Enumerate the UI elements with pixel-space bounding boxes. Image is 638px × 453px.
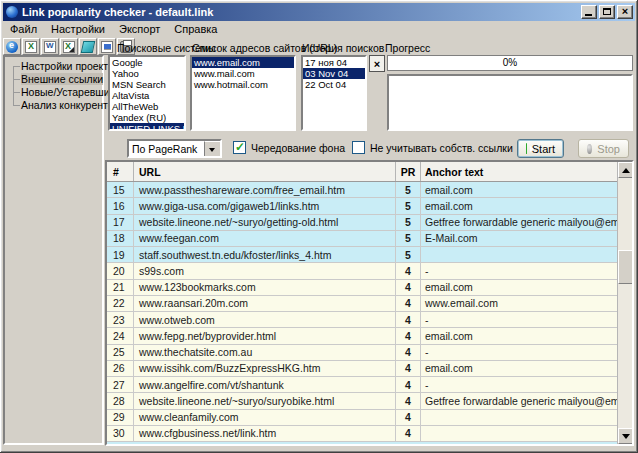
cell-anchor: email.com: [421, 328, 617, 343]
toolbar-button-excel-icon[interactable]: [22, 38, 40, 55]
results-table: #URLPRAnchor text 15www.passtheshareware…: [105, 160, 634, 446]
cell-num: 25: [107, 345, 134, 360]
url-listbox[interactable]: www.email.comwww.mail.comwww.hotmail.com: [190, 55, 296, 131]
sidebar-item[interactable]: Анализ конкурентов: [5, 99, 102, 112]
cell-url: www.passtheshareware.com/free_email.htm: [134, 182, 396, 197]
stop-button[interactable]: Stop: [578, 139, 629, 158]
close-icon: ×: [618, 5, 632, 17]
sidebar-item[interactable]: Настройки проекта: [5, 60, 102, 73]
column-header-#[interactable]: #: [107, 162, 134, 181]
sidebar-item[interactable]: Новые/Устаревшие: [5, 86, 102, 99]
sidebar-item-label: Анализ конкурентов: [21, 99, 119, 111]
history-item[interactable]: 22 Oct 04: [303, 79, 365, 90]
menu-item-Экспорт[interactable]: Экспорт: [119, 23, 160, 35]
search-engine-item[interactable]: AltaVista: [110, 90, 184, 101]
toolbar-button-word-icon[interactable]: [41, 38, 59, 55]
column-header-URL[interactable]: URL: [134, 162, 396, 181]
window-title: Link popularity checker - default.link: [22, 6, 581, 18]
cell-anchor: E-Mail.com: [421, 231, 617, 246]
table-row[interactable]: 24www.fepg.net/byprovider.html4email.com: [107, 328, 632, 344]
cell-url: www.fepg.net/byprovider.html: [134, 328, 396, 343]
column-header-PR[interactable]: PR: [396, 162, 421, 181]
search-engine-item[interactable]: AllTheWeb: [110, 101, 184, 112]
table-row[interactable]: 26www.issihk.com/BuzzExpressHKG.htm4emai…: [107, 361, 632, 377]
table-row[interactable]: 27www.angelfire.com/vt/shantunk4-: [107, 377, 632, 393]
table-row[interactable]: 29www.cleanfamily.com4: [107, 410, 632, 426]
sidebar: Настройки проектаВнешние ссылкиНовые/Уст…: [3, 55, 104, 445]
search-engine-item[interactable]: UNIFIED LINKS LIST: [110, 123, 184, 131]
table-row[interactable]: 30www.cfgbusiness.net/link.htm4: [107, 426, 632, 442]
cell-anchor: email.com: [421, 280, 617, 295]
search-engine-item[interactable]: Yandex (RU): [110, 112, 184, 123]
toolbar-button-excel-arrow-icon[interactable]: [60, 38, 78, 55]
table-row[interactable]: 16www.giga-usa.com/gigaweb1/links.htm5em…: [107, 198, 632, 214]
search-engine-item[interactable]: MSN Search: [110, 79, 184, 90]
table-row[interactable]: 20s99s.com4-: [107, 263, 632, 279]
cell-pr: 4: [396, 263, 421, 278]
report-icon: [101, 41, 113, 53]
cell-pr: 5: [396, 198, 421, 213]
history-item[interactable]: 17 ноя 04: [303, 57, 365, 68]
search-engines-listbox[interactable]: GoogleYahooMSN SearchAltaVistaAllTheWebY…: [108, 55, 186, 131]
toolbar-button-report-icon[interactable]: [98, 38, 116, 55]
cell-pr: 4: [396, 426, 421, 441]
cell-num: 18: [107, 231, 134, 246]
alternate-bg-checkbox[interactable]: [233, 141, 246, 154]
table-row[interactable]: 25www.thechatsite.com.au4-: [107, 345, 632, 361]
cell-num: 20: [107, 263, 134, 278]
search-engine-item[interactable]: Yahoo: [110, 68, 184, 79]
ignore-own-links-checkbox[interactable]: [352, 141, 365, 154]
cell-url: www.angelfire.com/vt/shantunk: [134, 377, 396, 392]
table-row[interactable]: 23www.otweb.com4-: [107, 312, 632, 328]
toolbar-button-globe-icon[interactable]: [3, 38, 21, 55]
cell-anchor: -: [421, 263, 617, 278]
table-row[interactable]: 28website.lineone.net/~suryo/suryobike.h…: [107, 393, 632, 409]
close-button[interactable]: ×: [617, 5, 633, 19]
cell-url: www.123bookmarks.com: [134, 280, 396, 295]
url-item[interactable]: www.hotmail.com: [192, 79, 294, 90]
delete-history-button[interactable]: ×: [369, 55, 385, 72]
url-item[interactable]: www.email.com: [192, 57, 294, 68]
menu-item-Настройки[interactable]: Настройки: [51, 23, 105, 35]
cell-anchor: [421, 247, 617, 262]
arrow-up-icon: [622, 168, 630, 173]
cell-anchor: -: [421, 377, 617, 392]
toolbar-button-html-page-icon[interactable]: [79, 38, 97, 55]
history-listbox[interactable]: 17 ноя 0403 Nov 0422 Oct 04: [301, 55, 367, 131]
cell-anchor: email.com: [421, 361, 617, 376]
scroll-down-button[interactable]: [618, 428, 633, 444]
cell-num: 27: [107, 377, 134, 392]
scroll-up-button[interactable]: [618, 162, 633, 178]
cell-url: s99s.com: [134, 263, 396, 278]
scrollbar-thumb[interactable]: [618, 250, 633, 284]
sidebar-item[interactable]: Внешние ссылки: [5, 73, 102, 86]
status-log-box: [387, 74, 633, 131]
table-row[interactable]: 19staff.southwest.tn.edu/kfoster/links_4…: [107, 247, 632, 263]
chevron-down-icon[interactable]: [204, 141, 220, 156]
menu-item-Справка[interactable]: Справка: [174, 23, 217, 35]
cell-num: 26: [107, 361, 134, 376]
cell-url: www.raansari.20m.com: [134, 296, 396, 311]
maximize-button[interactable]: [599, 5, 615, 19]
start-button[interactable]: Start: [517, 139, 564, 158]
column-header-Anchor text[interactable]: Anchor text: [421, 162, 617, 181]
history-item[interactable]: 03 Nov 04: [303, 68, 365, 79]
search-engine-item[interactable]: Google: [110, 57, 184, 68]
sort-dropdown[interactable]: По PageRank: [127, 139, 222, 158]
close-icon: ×: [374, 58, 380, 70]
cell-pr: 4: [396, 377, 421, 392]
vertical-scrollbar[interactable]: [617, 162, 632, 444]
progress-label: Прогресс: [385, 42, 430, 54]
globe-icon: [6, 41, 18, 53]
table-row[interactable]: 22www.raansari.20m.com4www.email.com: [107, 296, 632, 312]
table-row[interactable]: 21www.123bookmarks.com4email.com: [107, 280, 632, 296]
table-row[interactable]: 17website.lineone.net/~suryo/getting-old…: [107, 215, 632, 231]
sidebar-item-label: Внешние ссылки: [21, 73, 103, 85]
minimize-button[interactable]: [581, 5, 597, 19]
table-row[interactable]: 15www.passtheshareware.com/free_email.ht…: [107, 182, 632, 198]
html-page-icon: [81, 41, 96, 53]
toolbar: [3, 38, 135, 56]
menu-item-Файл[interactable]: Файл: [10, 23, 37, 35]
url-item[interactable]: www.mail.com: [192, 68, 294, 79]
table-row[interactable]: 18www.feegan.com5E-Mail.com: [107, 231, 632, 247]
